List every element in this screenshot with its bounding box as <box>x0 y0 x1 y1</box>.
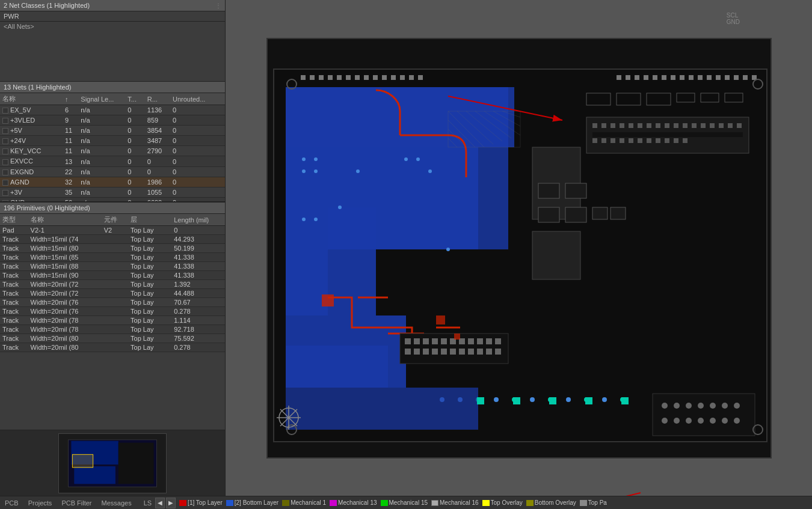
prim-name: Width=15mil (85 <box>28 253 102 262</box>
col-header-name[interactable]: 名称 <box>0 93 63 105</box>
prim-type: Track <box>0 262 28 271</box>
svg-rect-122 <box>405 349 411 355</box>
layer-top-overlay[interactable]: Top Overlay <box>482 499 523 506</box>
net-row[interactable]: +3VLED 9 n/a 0 859 0 <box>0 115 225 126</box>
prim-name: Width=15mil (80 <box>28 244 102 253</box>
layer-bottom-overlay[interactable]: Bottom Overlay <box>526 499 576 506</box>
net-unrouted: 1136 <box>145 105 170 115</box>
layer-mech1[interactable]: Mechanical 1 <box>282 499 326 506</box>
svg-point-68 <box>566 397 571 402</box>
primitive-row[interactable]: Track Width=20mil (76 Top Lay 70.67 <box>0 298 225 307</box>
tab-messages[interactable]: Messages <box>99 499 134 507</box>
gnd-label: GND <box>727 19 740 25</box>
status-bar-tabs: PCB Projects PCB Filter Messages <box>2 499 134 507</box>
prim-length: 92.718 <box>171 325 225 334</box>
prim-layer: Top Lay <box>128 235 171 244</box>
prim-col-part[interactable]: 元件 <box>102 214 128 226</box>
prim-col-name[interactable]: 名称 <box>28 214 102 226</box>
primitive-row[interactable]: Track Width=15mil (74 Top Lay 44.293 <box>0 235 225 244</box>
svg-rect-81 <box>592 123 597 128</box>
primitive-row[interactable]: Track Width=15mil (88 Top Lay 41.338 <box>0 262 225 271</box>
layer-prev[interactable]: ◀ <box>155 498 165 508</box>
prim-layer: Top Lay <box>128 307 171 316</box>
svg-rect-35 <box>644 75 648 80</box>
primitive-row[interactable]: Track Width=20mil (80 Top Lay 0.278 <box>0 343 225 352</box>
col-header-r[interactable]: R... <box>145 93 170 105</box>
net-r: 0 <box>125 197 144 201</box>
net-row[interactable]: KEY_VCC 11 n/a 0 2790 0 <box>0 146 225 156</box>
svg-rect-130 <box>477 349 483 355</box>
tab-pcb[interactable]: PCB <box>2 499 21 507</box>
net-extra: 0 <box>170 197 225 201</box>
net-r: 0 <box>125 177 144 187</box>
prim-name: Width=15mil (88 <box>28 262 102 271</box>
col-header-signal[interactable]: Signal Le... <box>78 93 125 105</box>
net-extra: 0 <box>170 126 225 136</box>
primitive-row[interactable]: Track Width=20mil (76 Top Lay 0.278 <box>0 307 225 316</box>
layer-top-paste[interactable]: Top Pa <box>580 499 607 506</box>
svg-point-145 <box>698 418 704 424</box>
prim-col-length[interactable]: Length (mil) <box>171 214 225 226</box>
svg-rect-94 <box>710 123 715 128</box>
nets-scroll[interactable]: 名称 ↑ Signal Le... T... R... Unrouted... … <box>0 93 225 201</box>
primitive-row[interactable]: Track Width=15mil (85 Top Lay 41.338 <box>0 253 225 262</box>
col-header-t[interactable]: T... <box>125 93 144 105</box>
svg-rect-28 <box>391 75 396 80</box>
tab-pcb-filter[interactable]: PCB Filter <box>59 499 94 507</box>
col-header-unrouted[interactable]: Unrouted... <box>170 93 225 105</box>
primitive-row[interactable]: Track Width=15mil (80 Top Lay 50.199 <box>0 244 225 253</box>
layer-mech15[interactable]: Mechanical 15 <box>381 499 428 506</box>
net-row[interactable]: AGND 32 n/a 0 1986 0 <box>0 177 225 187</box>
net-row[interactable]: +3V 35 n/a 0 1055 0 <box>0 187 225 197</box>
net-row[interactable]: EXVCC 13 n/a 0 0 0 <box>0 156 225 166</box>
net-unrouted: 0 <box>145 156 170 166</box>
primitive-row[interactable]: Track Width=20mil (72 Top Lay 1.392 <box>0 280 225 289</box>
bottom-overlay-label: Bottom Overlay <box>535 499 576 506</box>
svg-rect-82 <box>601 123 606 128</box>
net-r: 0 <box>125 166 144 177</box>
net-t: n/a <box>78 197 125 201</box>
layer-mech13[interactable]: Mechanical 13 <box>330 499 377 506</box>
primitive-row[interactable]: Track Width=20mil (72 Top Lay 44.488 <box>0 289 225 298</box>
svg-rect-32 <box>617 75 621 80</box>
primitive-row[interactable]: Track Width=15mil (90 Top Lay 41.338 <box>0 271 225 280</box>
col-header-signal-sort[interactable]: ↑ <box>63 93 78 105</box>
layer-next[interactable]: ▶ <box>166 498 176 508</box>
svg-rect-39 <box>680 75 684 80</box>
prim-name: Width=20mil (76 <box>28 307 102 316</box>
primitive-row[interactable]: Pad V2-1 V2 Top Lay 0 <box>0 226 225 235</box>
prim-col-type[interactable]: 类型 <box>0 214 28 226</box>
layer-ls[interactable]: LS <box>141 499 154 507</box>
primitives-title: 196 Primitives (0 Highlighted) <box>4 204 90 212</box>
prim-name: Width=15mil (74 <box>28 235 102 244</box>
svg-rect-21 <box>328 75 333 80</box>
svg-rect-176 <box>436 315 445 325</box>
net-row[interactable]: +24V 11 n/a 0 3487 0 <box>0 136 225 146</box>
top-layer-label: [1] Top Layer <box>188 499 223 506</box>
layer-top[interactable]: [1] Top Layer <box>179 499 223 506</box>
layer-mech16[interactable]: Mechanical 16 <box>431 499 478 506</box>
mech1-color <box>282 500 289 506</box>
net-r: 0 <box>125 146 144 156</box>
primitive-row[interactable]: Track Width=20mil (78 Top Lay 1.114 <box>0 316 225 325</box>
net-row[interactable]: EX_5V 6 n/a 0 1136 0 <box>0 105 225 115</box>
svg-rect-27 <box>382 75 387 80</box>
prim-type: Track <box>0 244 28 253</box>
prim-part <box>102 343 128 352</box>
prim-name: Width=20mil (76 <box>28 298 102 307</box>
net-t: n/a <box>78 187 125 197</box>
primitives-table-body: Pad V2-1 V2 Top Lay 0 Track Width=15mil … <box>0 226 225 352</box>
primitives-scroll[interactable]: Pad V2-1 V2 Top Lay 0 Track Width=15mil … <box>0 226 225 430</box>
primitive-row[interactable]: Track Width=20mil (78 Top Lay 92.718 <box>0 325 225 334</box>
tab-projects[interactable]: Projects <box>26 499 55 507</box>
prim-col-layer[interactable]: 层 <box>128 214 171 226</box>
primitive-row[interactable]: Track Width=20mil (80 Top Lay 75.592 <box>0 334 225 343</box>
svg-point-59 <box>428 169 432 173</box>
net-row[interactable]: +5V 11 n/a 0 3854 0 <box>0 126 225 136</box>
net-row[interactable]: GND 56 n/a 0 6690 0 <box>0 197 225 201</box>
all-nets-area: <All Nets> <box>0 22 225 82</box>
net-extra: 0 <box>170 115 225 126</box>
layer-bottom[interactable]: [2] Bottom Layer <box>226 499 278 506</box>
right-large-connectors <box>653 394 755 436</box>
net-row[interactable]: EXGND 22 n/a 0 0 0 <box>0 166 225 177</box>
